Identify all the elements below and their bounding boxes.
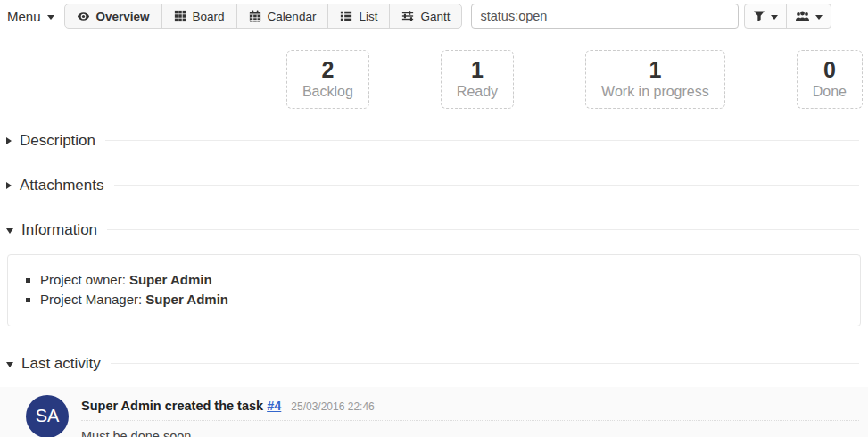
stat-box-ready: 1 Ready: [441, 50, 514, 109]
sliders-icon: [401, 10, 414, 22]
chevron-down-icon: [771, 15, 778, 20]
activity-title: Super Admin created the task #425/03/201…: [81, 399, 859, 421]
tab-overview[interactable]: Overview: [65, 4, 162, 28]
tab-gantt[interactable]: Gantt: [390, 4, 461, 28]
stat-label: Backlog: [302, 84, 353, 100]
section-header-attachments[interactable]: Attachments: [6, 177, 859, 194]
activity-comment: Must be done soon: [81, 429, 859, 437]
avatar-initials: SA: [36, 406, 60, 426]
menu-label: Menu: [7, 9, 41, 24]
stat-label: Ready: [457, 84, 498, 100]
menu-button[interactable]: Menu: [7, 9, 54, 24]
divider: [114, 185, 860, 186]
section-header-last-activity[interactable]: Last activity: [6, 355, 859, 373]
stat-value: 2: [302, 57, 353, 83]
divider: [105, 140, 859, 141]
grid-icon: [174, 10, 186, 22]
activity-timestamp: 25/03/2016 22:46: [291, 400, 374, 413]
chevron-down-icon: [6, 228, 13, 234]
stat-value: 1: [601, 57, 709, 83]
list-item-project-manager: Project Manager:Super Admin: [40, 290, 851, 309]
tab-label: Overview: [96, 10, 150, 23]
section-header-description[interactable]: Description: [6, 132, 859, 150]
list-icon: [340, 10, 352, 22]
toolbar: Menu Overview Board: [0, 0, 868, 29]
search-input[interactable]: [471, 4, 739, 29]
users-icon: [795, 10, 810, 23]
activity-content: Super Admin created the task #425/03/201…: [81, 395, 859, 437]
info-value: Super Admin: [129, 272, 212, 287]
tab-label: Board: [193, 10, 225, 23]
avatar: SA: [26, 395, 69, 437]
list-item-project-owner: Project owner:Super Admin: [40, 270, 851, 290]
stat-value: 1: [457, 57, 498, 83]
tab-calendar[interactable]: Calendar: [237, 4, 329, 28]
section-header-information[interactable]: Information: [6, 221, 859, 239]
section-title: Last activity: [21, 355, 101, 373]
filter-group: [744, 4, 831, 29]
filter-dropdown-button[interactable]: [745, 4, 786, 28]
tab-list[interactable]: List: [328, 4, 390, 28]
view-switcher: Overview Board: [64, 4, 463, 29]
information-list: Project owner:Super Admin Project Manage…: [21, 270, 851, 309]
chevron-down-icon: [6, 362, 13, 367]
info-label: Project Manager:: [40, 292, 142, 307]
section-title: Information: [21, 221, 97, 239]
info-label: Project owner:: [40, 272, 126, 287]
chevron-down-icon: [815, 15, 823, 20]
tab-label: Calendar: [268, 10, 317, 23]
stat-value: 0: [813, 57, 847, 83]
divider: [107, 229, 859, 230]
calendar-icon: [249, 10, 261, 22]
activity-title-text: Super Admin created the task: [81, 399, 263, 413]
activity-event: SA Super Admin created the task #425/03/…: [0, 387, 868, 437]
stat-box-done: 0 Done: [797, 50, 863, 109]
eye-icon: [77, 10, 90, 23]
stat-label: Work in progress: [601, 84, 709, 100]
column-stats: 2 Backlog 1 Ready 1 Work in progress 0 D…: [0, 50, 863, 109]
chevron-down-icon: [47, 15, 54, 20]
stat-label: Done: [813, 84, 847, 100]
section-title: Description: [20, 132, 95, 150]
chevron-right-icon: [6, 182, 12, 189]
users-dropdown-button[interactable]: [786, 4, 831, 28]
tab-label: List: [359, 10, 377, 23]
divider: [111, 363, 859, 364]
tab-label: Gantt: [420, 10, 450, 23]
tab-board[interactable]: Board: [162, 4, 237, 28]
task-link[interactable]: #4: [267, 399, 281, 413]
section-title: Attachments: [20, 177, 104, 194]
stat-box-backlog: 2 Backlog: [286, 50, 369, 109]
information-panel: Project owner:Super Admin Project Manage…: [7, 254, 861, 326]
filter-icon: [753, 10, 765, 22]
chevron-right-icon: [6, 137, 12, 144]
stat-box-work-in-progress: 1 Work in progress: [585, 50, 725, 109]
info-value: Super Admin: [145, 292, 228, 307]
